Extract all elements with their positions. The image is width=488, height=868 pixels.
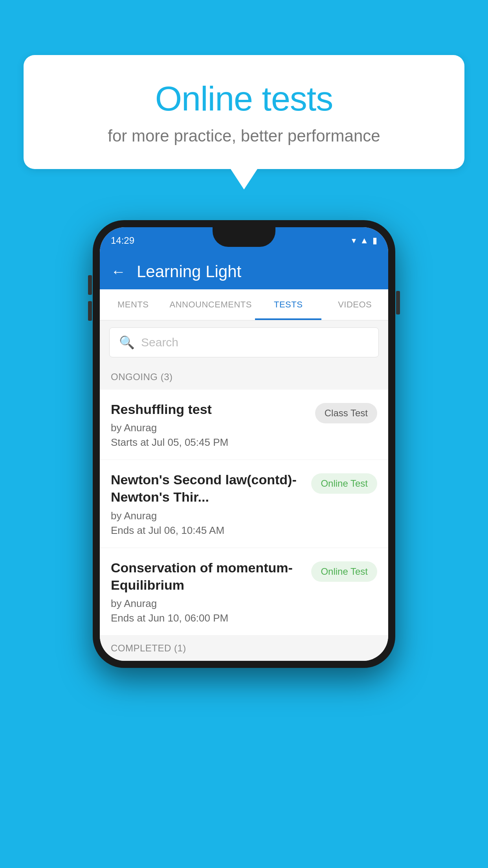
bubble-title: Online tests — [55, 79, 433, 119]
phone-mockup: 14:29 ▾ ▲ ▮ ← Learning Light MENTS ANNOU… — [93, 220, 395, 668]
bubble-subtitle: for more practice, better performance — [55, 127, 433, 145]
section-ongoing-header: ONGOING (3) — [100, 364, 388, 390]
search-input[interactable]: Search — [141, 336, 178, 349]
app-header: ← Learning Light — [100, 254, 388, 289]
test-author-2: by Anurag — [111, 510, 303, 522]
test-name-1: Reshuffling test — [111, 401, 307, 418]
back-button[interactable]: ← — [111, 263, 126, 280]
test-time-2: Ends at Jul 06, 10:45 AM — [111, 524, 303, 537]
test-time-1: Starts at Jul 05, 05:45 PM — [111, 436, 307, 449]
tab-videos[interactable]: VIDEOS — [321, 289, 388, 320]
test-content-2: Newton's Second law(contd)-Newton's Thir… — [111, 471, 311, 536]
volume-down-button[interactable] — [88, 301, 92, 321]
tab-ments[interactable]: MENTS — [100, 289, 167, 320]
speech-bubble-container: Online tests for more practice, better p… — [24, 55, 464, 169]
test-badge-3: Online Test — [311, 561, 377, 582]
power-button[interactable] — [396, 291, 400, 314]
status-icons: ▾ ▲ ▮ — [352, 235, 377, 246]
test-list: Reshuffling test by Anurag Starts at Jul… — [100, 390, 388, 636]
signal-icon: ▲ — [360, 235, 369, 246]
search-icon: 🔍 — [119, 335, 135, 350]
speech-bubble: Online tests for more practice, better p… — [24, 55, 464, 169]
phone-outer: 14:29 ▾ ▲ ▮ ← Learning Light MENTS ANNOU… — [93, 220, 395, 668]
status-bar: 14:29 ▾ ▲ ▮ — [100, 227, 388, 254]
test-content-3: Conservation of momentum-Equilibrium by … — [111, 559, 311, 624]
test-badge-1: Class Test — [315, 403, 377, 423]
test-item-2[interactable]: Newton's Second law(contd)-Newton's Thir… — [100, 460, 388, 548]
app-title: Learning Light — [137, 262, 241, 281]
tab-tests[interactable]: TESTS — [255, 289, 322, 320]
test-name-3: Conservation of momentum-Equilibrium — [111, 559, 303, 594]
test-item-1[interactable]: Reshuffling test by Anurag Starts at Jul… — [100, 390, 388, 460]
test-time-3: Ends at Jun 10, 06:00 PM — [111, 612, 303, 624]
test-name-2: Newton's Second law(contd)-Newton's Thir… — [111, 471, 303, 506]
tab-announcements[interactable]: ANNOUNCEMENTS — [167, 289, 255, 320]
volume-up-button[interactable] — [88, 275, 92, 295]
volume-buttons — [88, 275, 92, 327]
wifi-icon: ▾ — [352, 235, 356, 246]
tabs-bar: MENTS ANNOUNCEMENTS TESTS VIDEOS — [100, 289, 388, 320]
test-item-3[interactable]: Conservation of momentum-Equilibrium by … — [100, 548, 388, 636]
search-bar[interactable]: 🔍 Search — [109, 327, 379, 357]
phone-notch — [213, 227, 275, 247]
test-author-3: by Anurag — [111, 598, 303, 610]
test-content-1: Reshuffling test by Anurag Starts at Jul… — [111, 401, 315, 449]
battery-icon: ▮ — [372, 235, 377, 246]
search-bar-container: 🔍 Search — [100, 320, 388, 364]
power-button-area — [396, 291, 400, 322]
status-time: 14:29 — [111, 235, 134, 246]
section-completed-header: COMPLETED (1) — [100, 636, 388, 661]
test-badge-2: Online Test — [311, 473, 377, 494]
phone-screen: 14:29 ▾ ▲ ▮ ← Learning Light MENTS ANNOU… — [100, 227, 388, 661]
test-author-1: by Anurag — [111, 422, 307, 434]
